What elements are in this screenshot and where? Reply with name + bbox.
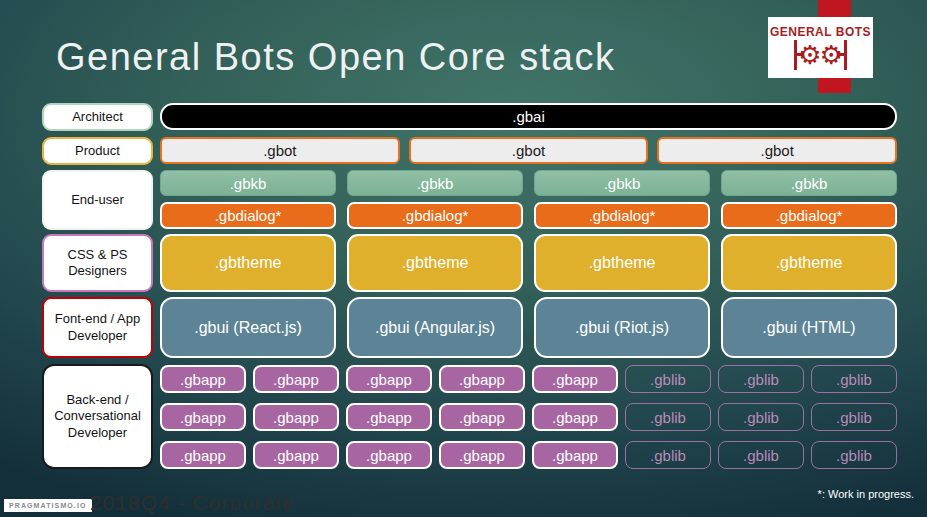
gbai-row: .gbai (160, 103, 897, 130)
gblib-block: .gblib (811, 403, 897, 431)
gbui-react-block: .gbui (React.js) (160, 297, 336, 358)
gblib-block: .gblib (625, 403, 711, 431)
gbapp-block: .gbapp (160, 403, 246, 431)
gbapp-block: .gbapp (532, 441, 618, 469)
role-label-product: Product (42, 137, 153, 165)
gbapp-block: .gbapp (439, 403, 525, 431)
gbapp-gblib-row: .gbapp .gbapp .gbapp .gbapp .gbapp .gbli… (160, 403, 897, 431)
gbtheme-block: .gbtheme (721, 234, 897, 292)
gblib-block: .gblib (625, 365, 711, 393)
gbtheme-row: .gbtheme .gbtheme .gbtheme .gbtheme (160, 234, 897, 292)
role-label-frontend-app-developer: Font-end / App Developer (42, 297, 153, 358)
gbtheme-block: .gbtheme (347, 234, 523, 292)
gblib-block: .gblib (718, 441, 804, 469)
gbui-html-block: .gbui (HTML) (721, 297, 897, 358)
gbdialog-block: .gbdialog* (721, 202, 897, 229)
gbapp-block: .gbapp (253, 441, 339, 469)
gblib-block: .gblib (718, 365, 804, 393)
gbapp-gblib-row: .gbapp .gbapp .gbapp .gbapp .gbapp .gbli… (160, 441, 897, 469)
work-in-progress-note: *: Work in progress. (818, 488, 914, 500)
gbui-angular-block: .gbui (Angular.js) (347, 297, 523, 358)
gblib-block: .gblib (811, 365, 897, 393)
pragmatismo-brand-badge: PRAGMATISMO.IO (4, 499, 92, 512)
gbdialog-block: .gbdialog* (160, 202, 336, 229)
gbot-row: .gbot .gbot .gbot (160, 137, 897, 164)
gbapp-block: .gbapp (160, 441, 246, 469)
gbkb-block: .gbkb (160, 170, 336, 196)
role-label-end-user: End-user (42, 170, 153, 230)
gbtheme-block: .gbtheme (160, 234, 336, 292)
gbdialog-block: .gbdialog* (534, 202, 710, 229)
gbapp-block: .gbapp (346, 365, 432, 393)
gbot-block: .gbot (409, 137, 649, 164)
general-bots-logo: GENERAL BOTS ⚙ ⚙ (768, 17, 873, 78)
gbapp-block: .gbapp (532, 403, 618, 431)
page-title: General Bots Open Core stack (56, 36, 615, 79)
gbkb-block: .gbkb (534, 170, 710, 196)
role-label-architect: Architect (42, 103, 153, 131)
gbapp-block: .gbapp (346, 403, 432, 431)
gbapp-block: .gbapp (439, 365, 525, 393)
gblib-block: .gblib (811, 441, 897, 469)
gbkb-block: .gbkb (721, 170, 897, 196)
gbkb-row: .gbkb .gbkb .gbkb .gbkb (160, 170, 897, 196)
gbapp-gblib-row: .gbapp .gbapp .gbapp .gbapp .gbapp .gbli… (160, 365, 897, 393)
gbapp-block: .gbapp (439, 441, 525, 469)
gbai-block: .gbai (160, 103, 897, 130)
gbdialog-row: .gbdialog* .gbdialog* .gbdialog* .gbdial… (160, 202, 897, 229)
gbui-row: .gbui (React.js) .gbui (Angular.js) .gbu… (160, 297, 897, 358)
gbapp-block: .gbapp (346, 441, 432, 469)
gbot-block: .gbot (160, 137, 400, 164)
gbapp-block: .gbapp (253, 403, 339, 431)
gbapp-block: .gbapp (532, 365, 618, 393)
gbdialog-block: .gbdialog* (347, 202, 523, 229)
gbui-riot-block: .gbui (Riot.js) (534, 297, 710, 358)
logo-wordmark: GENERAL BOTS (770, 25, 871, 39)
gbapp-block: .gbapp (160, 365, 246, 393)
gbot-block: .gbot (657, 137, 897, 164)
role-label-css-ps-designers: CSS & PS Designers (42, 234, 153, 292)
gbkb-block: .gbkb (347, 170, 523, 196)
slide: General Bots Open Core stack GENERAL BOT… (0, 0, 927, 517)
gblib-block: .gblib (718, 403, 804, 431)
gblib-block: .gblib (625, 441, 711, 469)
role-label-backend-conversational-developer: Back-end / Conversational Developer (42, 364, 153, 469)
gear-left-bar-icon (794, 40, 797, 70)
footer-quarter-text: 2018Q4 - Corporate (90, 491, 295, 515)
gears-icon: ⚙ ⚙ (794, 40, 847, 70)
gbapp-block: .gbapp (253, 365, 339, 393)
gbtheme-block: .gbtheme (534, 234, 710, 292)
gear-right-bar-icon (844, 40, 847, 70)
